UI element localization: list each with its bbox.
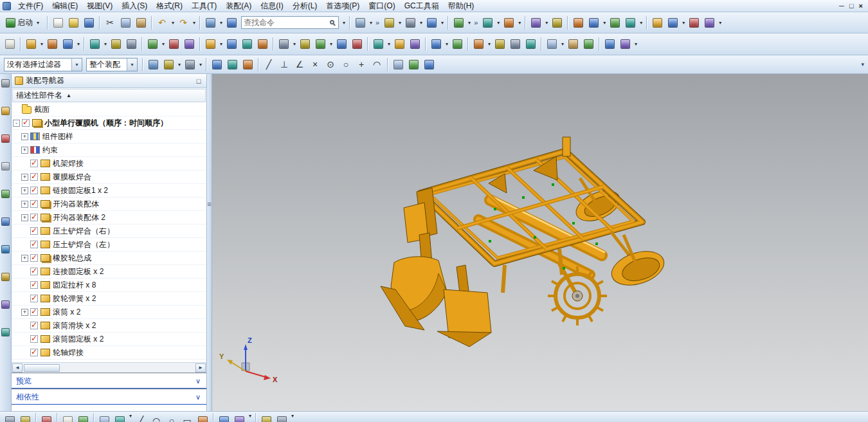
menu-edit[interactable]: 编辑(E): [48, 0, 82, 12]
chevron-down-icon[interactable]: ▾: [419, 20, 424, 26]
restore-button[interactable]: □: [849, 2, 854, 10]
pmi-icon[interactable]: [665, 15, 680, 30]
undock-panel-button[interactable]: □: [194, 77, 203, 85]
expand-icon[interactable]: +: [21, 201, 28, 208]
snap-control-point-icon[interactable]: ∠: [292, 57, 307, 72]
expand-icon[interactable]: +: [21, 174, 28, 181]
rib-icon[interactable]: [123, 37, 139, 52]
move-component-icon[interactable]: [570, 15, 586, 30]
tree-item[interactable]: 固定拉杆 x 8: [12, 279, 206, 292]
panel-splitter[interactable]: ≡: [207, 74, 212, 411]
boss-icon[interactable]: [108, 37, 123, 52]
offset-surface-icon[interactable]: [312, 37, 328, 52]
chevron-down-icon[interactable]: ▾: [681, 20, 686, 26]
chevron-down-icon[interactable]: ▾: [560, 41, 565, 47]
chevron-down-icon[interactable]: ▾: [127, 59, 137, 71]
polygon-icon[interactable]: [195, 413, 210, 422]
replace-face-icon[interactable]: [523, 37, 538, 52]
chevron-down-icon[interactable]: ▾: [397, 20, 402, 26]
chevron-down-icon[interactable]: ▾: [341, 20, 347, 26]
visibility-checkbox[interactable]: [30, 160, 38, 167]
mirror-feature-icon[interactable]: [449, 37, 465, 52]
chevron-down-icon[interactable]: ▾: [161, 41, 166, 47]
wireframe-snap-icon[interactable]: [224, 57, 240, 72]
chevron-down-icon[interactable]: ▾: [219, 20, 224, 26]
expand-icon[interactable]: +: [21, 187, 28, 194]
visibility-checkbox[interactable]: [30, 281, 38, 289]
expand-icon[interactable]: +: [21, 309, 28, 316]
selection-filter-dropdown[interactable]: 没有选择过滤器▾: [4, 58, 82, 71]
chevron-down-icon[interactable]: ▾: [219, 41, 224, 47]
menu-window[interactable]: 窗口(O): [364, 0, 399, 12]
visibility-checkbox[interactable]: [30, 295, 38, 302]
tree-item[interactable]: +开沟器装配体: [12, 197, 206, 211]
process-studio-tab[interactable]: [1, 299, 11, 309]
menu-format[interactable]: 格式(R): [152, 0, 187, 12]
tree-item[interactable]: 压土铲焊合（右）: [12, 225, 206, 238]
menu-tools[interactable]: 工具(T): [187, 0, 221, 12]
menu-preferences[interactable]: 首选项(P): [321, 0, 364, 12]
visibility-checkbox[interactable]: [30, 349, 38, 356]
dependencies-section-header[interactable]: 相依性 ∨: [12, 389, 206, 405]
scroll-thumb[interactable]: [24, 364, 60, 372]
assembly-constraints-icon[interactable]: [586, 15, 601, 30]
chevron-down-icon[interactable]: ▾: [440, 20, 445, 26]
rendering-style-icon[interactable]: [402, 15, 418, 30]
grid-snap-icon[interactable]: [390, 57, 406, 72]
undo-icon[interactable]: ↶: [154, 15, 170, 30]
tree-item[interactable]: +约束: [12, 143, 206, 157]
sketch-display-icon[interactable]: [501, 15, 516, 30]
chevron-down-icon[interactable]: ▾: [177, 62, 182, 68]
visibility-checkbox[interactable]: [30, 335, 38, 343]
edge-blend-icon[interactable]: [203, 37, 218, 52]
viewport-canvas[interactable]: Z X Y: [212, 74, 868, 411]
measure-angle-icon[interactable]: [549, 15, 565, 30]
part-navigator-tab[interactable]: [1, 188, 11, 199]
chevron-down-icon[interactable]: ▾: [170, 20, 176, 26]
menu-assemblies[interactable]: 装配(A): [221, 0, 256, 12]
assembly-model[interactable]: [381, 137, 668, 347]
spike-wheel[interactable]: [548, 264, 607, 326]
visibility-checkbox[interactable]: [30, 254, 38, 262]
unite-icon[interactable]: [145, 37, 160, 52]
chevron-down-icon[interactable]: ▾: [517, 20, 522, 26]
new-file-icon[interactable]: [50, 15, 66, 30]
split-body-icon[interactable]: [297, 37, 312, 52]
visibility-checkbox[interactable]: [22, 119, 30, 127]
close-button[interactable]: ×: [859, 2, 863, 10]
collapse-strip-icon[interactable]: [1, 161, 11, 171]
visibility-checkbox[interactable]: [30, 308, 38, 316]
thicken-icon[interactable]: [349, 37, 365, 52]
tree-item[interactable]: 滚筒固定板 x 2: [12, 333, 206, 346]
chevron-down-icon[interactable]: ▾: [718, 20, 723, 26]
preview-section-header[interactable]: 预览 ∨: [12, 372, 206, 389]
viewport-3d[interactable]: Z X Y: [212, 74, 868, 411]
toolbar-options-arrow[interactable]: ▾: [859, 61, 866, 68]
circle-icon[interactable]: ○: [164, 413, 179, 422]
visibility-checkbox[interactable]: [30, 187, 38, 194]
chevron-down-icon[interactable]: ▾: [368, 20, 374, 26]
chevron-down-icon[interactable]: ▾: [496, 20, 501, 26]
tree-item[interactable]: +橡胶轮总成: [12, 252, 206, 265]
block-primitive-icon[interactable]: [60, 37, 75, 52]
splitter-grip[interactable]: ≡: [207, 200, 211, 411]
tree-item[interactable]: 截面: [12, 103, 206, 116]
note-icon[interactable]: [649, 15, 665, 30]
chevron-down-icon[interactable]: ▾: [192, 20, 197, 26]
through-curves-icon[interactable]: [370, 37, 386, 52]
menu-insert[interactable]: 插入(S): [117, 0, 152, 12]
chevron-down-icon[interactable]: ▾: [444, 41, 449, 47]
command-finder-box[interactable]: [241, 16, 339, 29]
datum-plane-icon[interactable]: [544, 37, 559, 52]
chevron-down-icon[interactable]: ▾: [544, 20, 549, 26]
chevron-down-icon[interactable]: ▾: [467, 20, 472, 26]
project-curve-icon[interactable]: [258, 413, 274, 422]
wcs-icon[interactable]: [406, 57, 421, 72]
snap-arc-center-icon[interactable]: ⊙: [323, 57, 338, 72]
layer-settings-icon[interactable]: [607, 15, 622, 30]
datum-display-icon[interactable]: [480, 15, 495, 30]
shaded-snap-icon[interactable]: [209, 57, 224, 72]
menu-analysis[interactable]: 分析(L): [288, 0, 322, 12]
save-icon[interactable]: [81, 15, 96, 30]
visibility-checkbox[interactable]: [30, 214, 38, 221]
